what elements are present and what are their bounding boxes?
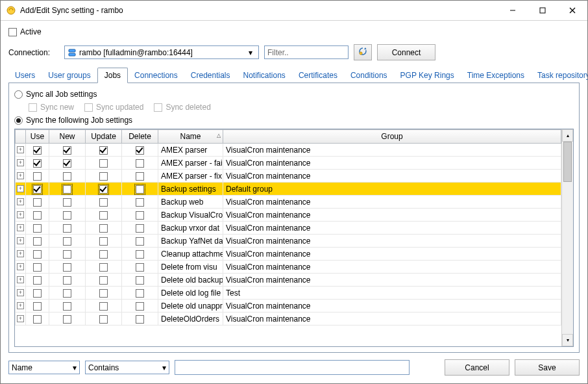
grid-checkbox[interactable] <box>99 250 108 259</box>
table-row[interactable]: +Backup YafNet daVisualCron maintenance <box>16 235 561 248</box>
grid-checkbox[interactable] <box>99 302 108 311</box>
active-checkbox[interactable] <box>8 28 17 36</box>
grid-checkbox[interactable] <box>136 276 144 285</box>
minimize-button[interactable] <box>498 1 528 20</box>
grid-checkbox[interactable] <box>99 172 108 181</box>
grid-checkbox[interactable] <box>63 198 71 207</box>
grid-checkbox[interactable] <box>33 185 42 194</box>
grid-checkbox[interactable] <box>63 211 71 220</box>
col-update[interactable]: Update <box>86 130 122 144</box>
table-row[interactable]: +AMEX parser - fixVisualCron maintenance <box>16 170 561 183</box>
scroll-track[interactable] <box>562 142 573 334</box>
expand-icon[interactable]: + <box>17 237 24 244</box>
grid-checkbox[interactable] <box>136 159 144 168</box>
grid-checkbox[interactable] <box>33 250 42 259</box>
close-button[interactable] <box>557 1 587 20</box>
grid-checkbox[interactable] <box>63 237 71 246</box>
grid-checkbox[interactable] <box>136 263 144 272</box>
expand-icon[interactable]: + <box>17 315 24 322</box>
grid-checkbox[interactable] <box>136 146 144 155</box>
grid-checkbox[interactable] <box>63 159 71 168</box>
expand-icon[interactable]: + <box>17 263 24 270</box>
tab-jobs[interactable]: Jobs <box>97 68 128 83</box>
tab-notifications[interactable]: Notifications <box>237 68 292 83</box>
filter-op-combo[interactable]: Contains ▾ <box>85 361 169 374</box>
grid-checkbox[interactable] <box>99 185 108 194</box>
grid-checkbox[interactable] <box>63 250 71 259</box>
tab-users[interactable]: Users <box>8 68 42 83</box>
col-group[interactable]: Group <box>223 130 561 144</box>
tab-task-repository[interactable]: Task repository <box>531 68 587 83</box>
expand-icon[interactable]: + <box>17 146 24 153</box>
expand-icon[interactable]: + <box>17 172 24 179</box>
tab-certificates[interactable]: Certificates <box>292 68 344 83</box>
col-expand[interactable] <box>16 130 26 144</box>
grid-checkbox[interactable] <box>99 289 108 298</box>
table-row[interactable]: +Delete old unapprVisualCron maintenance <box>16 300 561 313</box>
grid-checkbox[interactable] <box>99 146 108 155</box>
connection-filter-input[interactable]: Filter.. <box>264 45 349 59</box>
grid-checkbox[interactable] <box>136 302 144 311</box>
scroll-thumb[interactable] <box>563 142 572 182</box>
tab-conditions[interactable]: Conditions <box>344 68 394 83</box>
grid-checkbox[interactable] <box>33 276 42 285</box>
grid-checkbox[interactable] <box>136 172 144 181</box>
expand-icon[interactable]: + <box>17 302 24 309</box>
grid-checkbox[interactable] <box>136 315 144 324</box>
col-delete[interactable]: Delete <box>122 130 158 144</box>
connect-button[interactable]: Connect <box>377 44 435 60</box>
filter-field-combo[interactable]: Name ▾ <box>8 361 80 374</box>
grid-checkbox[interactable] <box>136 250 144 259</box>
expand-icon[interactable]: + <box>17 185 24 192</box>
grid-checkbox[interactable] <box>99 224 108 233</box>
table-row[interactable]: +Cleanup attachmeVisualCron maintenance <box>16 248 561 261</box>
table-row[interactable]: +AMEX parser - failVisualCron maintenanc… <box>16 157 561 170</box>
grid-checkbox[interactable] <box>136 198 144 207</box>
tab-pgp-key-rings[interactable]: PGP Key Rings <box>394 68 461 83</box>
table-row[interactable]: +AMEX parserVisualCron maintenance <box>16 144 561 157</box>
grid-checkbox[interactable] <box>63 289 71 298</box>
grid-checkbox[interactable] <box>33 302 42 311</box>
tab-credentials[interactable]: Credentials <box>184 68 237 83</box>
grid-checkbox[interactable] <box>63 302 71 311</box>
grid-checkbox[interactable] <box>63 172 71 181</box>
grid-checkbox[interactable] <box>136 237 144 246</box>
grid-checkbox[interactable] <box>63 263 71 272</box>
expand-icon[interactable]: + <box>17 289 24 296</box>
grid-vscrollbar[interactable]: ▴ ▾ <box>561 129 573 346</box>
sync-all-radio[interactable] <box>14 90 23 99</box>
grid-checkbox[interactable] <box>99 211 108 220</box>
col-use[interactable]: Use <box>26 130 49 144</box>
grid-checkbox[interactable] <box>63 224 71 233</box>
expand-icon[interactable]: + <box>17 211 24 218</box>
grid-checkbox[interactable] <box>63 185 71 194</box>
tab-user-groups[interactable]: User groups <box>42 68 97 83</box>
filter-text-input[interactable] <box>175 360 410 375</box>
sync-some-radio[interactable] <box>14 116 23 125</box>
table-row[interactable]: +Delete old log fileTest <box>16 287 561 300</box>
expand-icon[interactable]: + <box>17 159 24 166</box>
table-row[interactable]: +Delete from visuVisualCron maintenance <box>16 261 561 274</box>
table-row[interactable]: +Backup VisualCroVisualCron maintenance <box>16 209 561 222</box>
grid-checkbox[interactable] <box>99 276 108 285</box>
grid-checkbox[interactable] <box>33 211 42 220</box>
scroll-up-icon[interactable]: ▴ <box>562 129 573 142</box>
grid-checkbox[interactable] <box>33 263 42 272</box>
grid-checkbox[interactable] <box>33 224 42 233</box>
grid-checkbox[interactable] <box>99 263 108 272</box>
expand-icon[interactable]: + <box>17 198 24 205</box>
grid-checkbox[interactable] <box>99 237 108 246</box>
table-row[interactable]: +DeleteOldOrdersVisualCron maintenance <box>16 313 561 326</box>
expand-icon[interactable]: + <box>17 276 24 283</box>
grid-checkbox[interactable] <box>99 198 108 207</box>
grid-checkbox[interactable] <box>63 276 71 285</box>
grid-checkbox[interactable] <box>136 289 144 298</box>
maximize-button[interactable] <box>528 1 557 20</box>
grid-checkbox[interactable] <box>136 185 144 194</box>
table-row[interactable]: +Delete old backupVisualCron maintenance <box>16 274 561 287</box>
col-new[interactable]: New <box>49 130 86 144</box>
grid-checkbox[interactable] <box>33 198 42 207</box>
grid-checkbox[interactable] <box>63 315 71 324</box>
grid-checkbox[interactable] <box>33 237 42 246</box>
refresh-connections-button[interactable] <box>354 44 372 60</box>
